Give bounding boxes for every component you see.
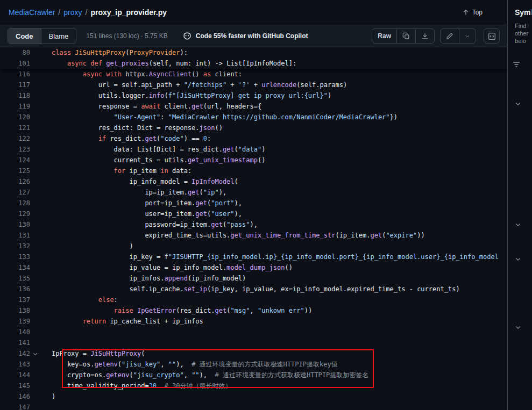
code-text: return ip_cache_list + ip_infos — [40, 316, 203, 327]
file-info: 151 lines (130 loc) · 5.75 KB — [86, 32, 167, 40]
code-text — [40, 402, 52, 410]
line-number[interactable]: 135 — [0, 273, 30, 284]
code-text: ip_infos.append(ip_info_model) — [40, 273, 246, 284]
copy-button[interactable] — [396, 29, 415, 43]
line-number[interactable]: 118 — [0, 90, 30, 101]
copilot-banner[interactable]: Code 55% faster with GitHub Copilot — [183, 32, 308, 40]
symbol-group-expander[interactable] — [515, 99, 521, 109]
code-sticky-header: 80class JiSuHttpProxy(ProxyProvider):101… — [0, 47, 507, 69]
code-text: ) — [40, 391, 55, 402]
symbol-group-expander[interactable] — [515, 323, 521, 333]
breadcrumb-separator: / — [85, 8, 87, 17]
line-number[interactable]: 121 — [0, 123, 30, 133]
code-text: raise IpGetError(res_dict.get("msg", "un… — [40, 305, 312, 316]
line-number[interactable]: 126 — [0, 176, 30, 187]
copilot-icon — [183, 32, 191, 40]
line-number[interactable]: 143 — [0, 359, 30, 370]
edit-button[interactable] — [441, 29, 459, 43]
line-number[interactable]: 147 — [0, 402, 30, 410]
line-number[interactable]: 127 — [0, 187, 30, 198]
line-number[interactable]: 130 — [0, 219, 30, 230]
line-number[interactable]: 128 — [0, 198, 30, 208]
file-toolbar: Code Blame 151 lines (130 loc) · 5.75 KB… — [0, 25, 507, 47]
line-number[interactable]: 124 — [0, 155, 30, 166]
download-button[interactable] — [415, 29, 434, 43]
breadcrumb-folder-link[interactable]: proxy — [63, 8, 82, 17]
chevron-down-icon — [515, 256, 521, 262]
line-number[interactable]: 137 — [0, 294, 30, 305]
line-number[interactable]: 139 — [0, 316, 30, 327]
line-number[interactable]: 119 — [0, 101, 30, 112]
breadcrumb-separator: / — [58, 8, 60, 17]
line-number[interactable]: 142 — [0, 348, 30, 359]
fold-gutter-spacer — [30, 294, 40, 305]
symbols-hint: Find other belo — [508, 17, 531, 45]
breadcrumb-repo-link[interactable]: MediaCrawler — [9, 8, 55, 17]
code-line: 131 expired_time_ts=utils.get_unix_time_… — [0, 230, 507, 241]
line-number[interactable]: 117 — [0, 80, 30, 90]
line-number[interactable]: 140 — [0, 327, 30, 337]
code-line: 130 password=ip_item.get("pass"), — [0, 219, 507, 230]
line-number[interactable]: 122 — [0, 133, 30, 144]
line-number[interactable]: 125 — [0, 166, 30, 176]
line-number[interactable]: 129 — [0, 208, 30, 219]
code-square-icon — [488, 32, 496, 40]
line-number[interactable]: 101 — [0, 58, 30, 69]
fold-gutter-spacer — [30, 273, 40, 284]
code-text: ip=ip_item.get("ip"), — [40, 187, 226, 198]
tab-code[interactable]: Code — [8, 28, 41, 44]
code-line: 125 for ip_item in data: — [0, 166, 507, 176]
fold-chevron-icon[interactable] — [30, 348, 40, 359]
symbol-group-expander[interactable] — [515, 220, 521, 230]
line-number[interactable]: 120 — [0, 112, 30, 123]
line-number[interactable]: 136 — [0, 284, 30, 294]
line-number[interactable]: 145 — [0, 380, 30, 391]
fold-gutter-spacer — [30, 208, 40, 219]
line-number[interactable]: 123 — [0, 144, 30, 155]
filter-button[interactable] — [512, 60, 521, 70]
symbol-group-expander[interactable] — [515, 255, 521, 264]
line-number[interactable]: 146 — [0, 391, 30, 402]
back-to-top-button[interactable]: Top — [462, 9, 483, 16]
line-number[interactable]: 138 — [0, 305, 30, 316]
breadcrumb: MediaCrawler / proxy / proxy_ip_provider… — [0, 0, 507, 25]
code-line: 120 "User-Agent": "MediaCrawler https://… — [0, 112, 507, 123]
code-line: 132 ) — [0, 241, 507, 251]
raw-button[interactable]: Raw — [372, 29, 396, 43]
code-text: response = await client.get(url, headers… — [40, 101, 261, 112]
line-number[interactable]: 132 — [0, 241, 30, 251]
line-number[interactable]: 144 — [0, 370, 30, 380]
line-number[interactable]: 141 — [0, 337, 30, 348]
download-icon — [421, 32, 429, 40]
line-number[interactable]: 80 — [0, 47, 30, 58]
code-line: 142IpProxy = JiSuHttpProxy( — [0, 348, 507, 359]
tab-blame[interactable]: Blame — [41, 28, 76, 44]
edit-dropdown-button[interactable] — [459, 29, 476, 43]
code-view: 80class JiSuHttpProxy(ProxyProvider):101… — [0, 47, 507, 410]
code-blame-switch: Code Blame — [8, 28, 76, 44]
code-line: 140 — [0, 327, 507, 337]
fold-gutter-spacer — [30, 402, 40, 410]
code-text: ip_value = ip_info_model.model_dump_json… — [40, 262, 293, 273]
code-text: current_ts = utils.get_unix_timestamp() — [40, 155, 265, 166]
code-text: self.ip_cache.set_ip(ip_key, ip_value, e… — [40, 284, 460, 294]
fold-gutter-spacer — [30, 262, 40, 273]
line-number[interactable]: 131 — [0, 230, 30, 241]
code-lines: 116 async with httpx.AsyncClient() as cl… — [0, 47, 507, 410]
line-number[interactable]: 116 — [0, 69, 30, 80]
symbols-panel-toggle[interactable] — [484, 28, 500, 44]
line-number[interactable]: 133 — [0, 251, 30, 262]
code-line: 123 data: List[Dict] = res_dict.get("dat… — [0, 144, 507, 155]
code-text: async def get_proxies(self, num: int) ->… — [40, 58, 296, 69]
code-line: 122 if res_dict.get("code") == 0: — [0, 133, 507, 144]
fold-gutter-spacer — [30, 284, 40, 294]
fold-gutter-spacer — [30, 144, 40, 155]
code-line: 124 current_ts = utils.get_unix_timestam… — [0, 155, 507, 166]
copy-icon — [402, 32, 410, 40]
fold-gutter-spacer — [30, 123, 40, 133]
code-line: 135 ip_infos.append(ip_info_model) — [0, 273, 507, 284]
code-text: "User-Agent": "MediaCrawler https://gith… — [40, 112, 398, 123]
line-number[interactable]: 134 — [0, 262, 30, 273]
chevron-down-icon — [515, 100, 521, 107]
code-text: ip_info_model = IpInfoModel( — [40, 176, 238, 187]
